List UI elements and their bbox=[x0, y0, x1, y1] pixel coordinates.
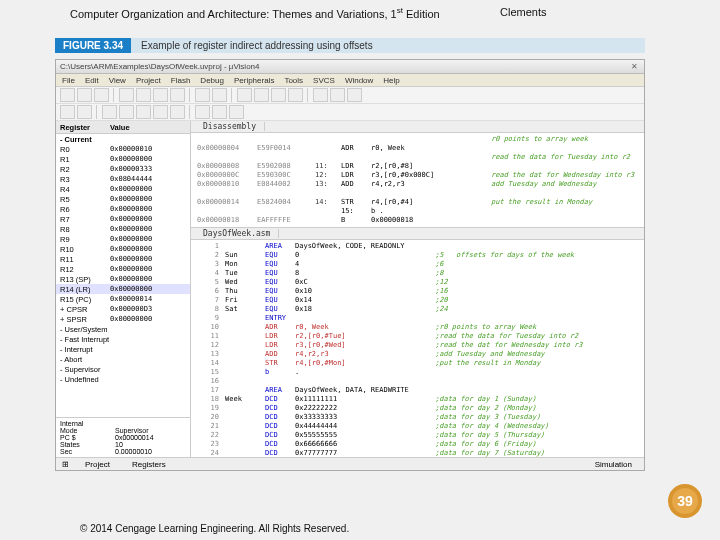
register-row[interactable]: R13 (SP)0x00000000 bbox=[56, 274, 190, 284]
source-line[interactable]: 24DCD0x77777777;data for day 7 (Saturday… bbox=[197, 449, 638, 457]
source-line[interactable]: 4TueEQU8;8 bbox=[197, 269, 638, 278]
menu-item[interactable]: Help bbox=[383, 76, 399, 85]
source-line[interactable]: 2SunEQU0;5 offsets for days of the week bbox=[197, 251, 638, 260]
disasm-line[interactable]: 15:b . bbox=[197, 207, 638, 216]
source-line[interactable]: 11LDRr2,[r0,#Tue];read the data for Tues… bbox=[197, 332, 638, 341]
disasm-line[interactable]: 0x0000000CE590300C12:LDRr3,[r0,#0x000C]r… bbox=[197, 171, 638, 180]
tb-btn[interactable] bbox=[153, 105, 168, 119]
tb-btn[interactable] bbox=[77, 105, 92, 119]
menu-item[interactable]: Edit bbox=[85, 76, 99, 85]
tb-btn[interactable] bbox=[170, 105, 185, 119]
source-line[interactable]: 1AREADaysOfWeek, CODE, READONLY bbox=[197, 242, 638, 251]
register-row[interactable]: - Undefined bbox=[56, 374, 190, 384]
source-line[interactable]: 23DCD0x66666666;data for day 6 (Friday) bbox=[197, 440, 638, 449]
source-line[interactable]: 9ENTRY bbox=[197, 314, 638, 323]
register-row[interactable]: R50x00000000 bbox=[56, 194, 190, 204]
register-row[interactable]: R60x00000000 bbox=[56, 204, 190, 214]
register-row[interactable]: + SPSR0x00000000 bbox=[56, 314, 190, 324]
tab-project[interactable]: Project bbox=[79, 460, 116, 469]
tb-btn[interactable] bbox=[153, 88, 168, 102]
menu-item[interactable]: Debug bbox=[200, 76, 224, 85]
tb-btn[interactable] bbox=[254, 88, 269, 102]
disasm-line[interactable]: 0x00000008E590200811:LDRr2,[r0,#8] bbox=[197, 162, 638, 171]
tb-btn[interactable] bbox=[229, 105, 244, 119]
register-row[interactable]: - Abort bbox=[56, 354, 190, 364]
menu-item[interactable]: Flash bbox=[171, 76, 191, 85]
source-line[interactable]: 22DCD0x55555555;data for day 5 (Thursday… bbox=[197, 431, 638, 440]
register-row[interactable]: - Current bbox=[56, 134, 190, 144]
menu-item[interactable]: Window bbox=[345, 76, 373, 85]
disasm-line[interactable]: 0x00000010E084400213:ADDr4,r2,r3add Tues… bbox=[197, 180, 638, 189]
source-line[interactable]: 18WeekDCD0x11111111;data for day 1 (Sund… bbox=[197, 395, 638, 404]
tb-btn[interactable] bbox=[60, 105, 75, 119]
tab-registers[interactable]: Registers bbox=[126, 460, 172, 469]
source-line[interactable]: 21DCD0x44444444;data for day 4 (Wednesda… bbox=[197, 422, 638, 431]
source-line[interactable]: 6ThuEQU0x10;16 bbox=[197, 287, 638, 296]
menu-item[interactable]: Tools bbox=[284, 76, 303, 85]
tb-btn[interactable] bbox=[195, 105, 210, 119]
disasm-line[interactable]: r0 points to array week bbox=[197, 135, 638, 144]
register-row[interactable]: - User/System bbox=[56, 324, 190, 334]
register-row[interactable]: R70x00000000 bbox=[56, 214, 190, 224]
menu-item[interactable]: Peripherals bbox=[234, 76, 274, 85]
tb-btn[interactable] bbox=[313, 88, 328, 102]
tab-disassembly[interactable]: Disassembly bbox=[195, 122, 265, 131]
close-icon[interactable]: ✕ bbox=[628, 62, 640, 71]
register-row[interactable]: - Fast Interrupt bbox=[56, 334, 190, 344]
tb-btn[interactable] bbox=[271, 88, 286, 102]
source-line[interactable]: 5WedEQU0xC;12 bbox=[197, 278, 638, 287]
tree-expand-icon[interactable]: ⊞ bbox=[62, 460, 69, 469]
source-line[interactable]: 19DCD0x22222222;data for day 2 (Monday) bbox=[197, 404, 638, 413]
tb-btn[interactable] bbox=[102, 105, 117, 119]
tb-btn[interactable] bbox=[330, 88, 345, 102]
source-line[interactable]: 7FriEQU0x14;20 bbox=[197, 296, 638, 305]
source-line[interactable]: 13ADDr4,r2,r3;add Tuesday and Wednesday bbox=[197, 350, 638, 359]
register-row[interactable]: R80x00000000 bbox=[56, 224, 190, 234]
register-row[interactable]: R40x00000000 bbox=[56, 184, 190, 194]
tb-btn[interactable] bbox=[60, 88, 75, 102]
tab-simulation[interactable]: Simulation bbox=[589, 460, 638, 469]
source-line[interactable]: 16 bbox=[197, 377, 638, 386]
source-line[interactable]: 10ADRr0, Week;r0 points to array Week bbox=[197, 323, 638, 332]
source-line[interactable]: 17AREADaysOfWeek, DATA, READWRITE bbox=[197, 386, 638, 395]
register-row[interactable]: R00x00000010 bbox=[56, 144, 190, 154]
tb-btn[interactable] bbox=[136, 88, 151, 102]
disassembly-view[interactable]: r0 points to array week0x00000004E59F001… bbox=[191, 133, 644, 228]
tb-btn[interactable] bbox=[237, 88, 252, 102]
tb-btn[interactable] bbox=[77, 88, 92, 102]
register-row[interactable]: R120x00000000 bbox=[56, 264, 190, 274]
disasm-line[interactable]: read the data for Tuesday into r2 bbox=[197, 153, 638, 162]
menu-item[interactable]: SVCS bbox=[313, 76, 335, 85]
disasm-line[interactable]: 0x00000018EAFFFFFEB0x00000018 bbox=[197, 216, 638, 225]
tab-source[interactable]: DaysOfWeek.asm bbox=[195, 229, 279, 238]
source-line[interactable]: 8SatEQU0x18;24 bbox=[197, 305, 638, 314]
tb-btn[interactable] bbox=[136, 105, 151, 119]
disasm-line[interactable]: 0x00000014E582400414:STRr4,[r0,#4]put th… bbox=[197, 198, 638, 207]
register-row[interactable]: - Interrupt bbox=[56, 344, 190, 354]
register-row[interactable]: R110x00000000 bbox=[56, 254, 190, 264]
register-row[interactable]: R10x00000000 bbox=[56, 154, 190, 164]
tb-btn[interactable] bbox=[347, 88, 362, 102]
source-line[interactable]: 14STRr4,[r0,#Mon];put the result in Mond… bbox=[197, 359, 638, 368]
menu-item[interactable]: Project bbox=[136, 76, 161, 85]
source-line[interactable]: 3MonEQU4;6 bbox=[197, 260, 638, 269]
register-row[interactable]: - Supervisor bbox=[56, 364, 190, 374]
tb-btn[interactable] bbox=[288, 88, 303, 102]
menu-item[interactable]: View bbox=[109, 76, 126, 85]
register-row[interactable]: R14 (LR)0x00000000 bbox=[56, 284, 190, 294]
source-line[interactable]: 20DCD0x33333333;data for day 3 (Tuesday) bbox=[197, 413, 638, 422]
menu-item[interactable]: File bbox=[62, 76, 75, 85]
register-row[interactable]: R30x08044444 bbox=[56, 174, 190, 184]
tb-btn[interactable] bbox=[212, 105, 227, 119]
register-row[interactable]: R90x00000000 bbox=[56, 234, 190, 244]
tb-btn[interactable] bbox=[119, 105, 134, 119]
tb-btn[interactable] bbox=[119, 88, 134, 102]
disasm-line[interactable]: 0x00000004E59F0014ADRr0, Week bbox=[197, 144, 638, 153]
source-line[interactable]: 15b. bbox=[197, 368, 638, 377]
tb-btn[interactable] bbox=[195, 88, 210, 102]
tb-btn[interactable] bbox=[170, 88, 185, 102]
register-row[interactable]: R20x00000333 bbox=[56, 164, 190, 174]
tb-btn[interactable] bbox=[212, 88, 227, 102]
tb-btn[interactable] bbox=[94, 88, 109, 102]
register-row[interactable]: R100x00000000 bbox=[56, 244, 190, 254]
